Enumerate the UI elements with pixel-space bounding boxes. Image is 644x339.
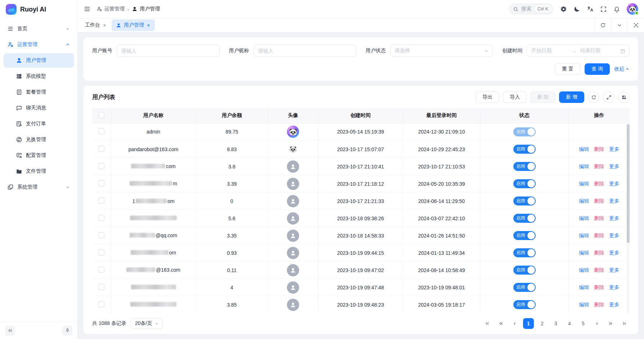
- next-page-button[interactable]: [591, 318, 602, 329]
- row-checkbox[interactable]: [98, 249, 104, 256]
- nickname-input[interactable]: [253, 45, 356, 57]
- delete-link[interactable]: 删除: [594, 232, 604, 239]
- global-search[interactable]: 搜索 Ctrl K: [509, 3, 554, 15]
- delete-link[interactable]: 删除: [594, 215, 604, 222]
- sidebar-item-配置管理[interactable]: 配置管理: [4, 148, 74, 163]
- delete-link[interactable]: 删除: [594, 198, 604, 204]
- table-fullscreen-button[interactable]: [603, 91, 614, 103]
- more-link[interactable]: 更多: [609, 267, 619, 274]
- sidebar-item-运营管理[interactable]: 运营管理: [4, 37, 74, 52]
- delete-link[interactable]: 删除: [594, 267, 604, 274]
- more-link[interactable]: 更多: [609, 250, 619, 256]
- add-button[interactable]: 新 增: [559, 91, 584, 103]
- edit-link[interactable]: 编辑: [579, 198, 589, 204]
- edit-link[interactable]: 编辑: [579, 181, 589, 187]
- sidebar-item-兑换管理[interactable]: 兑换管理: [4, 132, 74, 147]
- row-checkbox[interactable]: [98, 267, 104, 273]
- page-size-select[interactable]: 20条/页: [131, 318, 162, 329]
- page-button-1[interactable]: 1: [523, 318, 534, 329]
- status-toggle[interactable]: 启用: [513, 283, 536, 292]
- status-toggle[interactable]: 启用: [513, 196, 536, 205]
- delete-link[interactable]: 删除: [594, 250, 604, 256]
- status-toggle[interactable]: 启用: [513, 214, 536, 223]
- delete-link[interactable]: 删除: [594, 163, 604, 170]
- row-checkbox[interactable]: [98, 301, 104, 307]
- status-toggle[interactable]: 启用: [513, 266, 536, 275]
- more-link[interactable]: 更多: [609, 284, 619, 291]
- breadcrumb-item-运营管理[interactable]: 运营管理: [96, 6, 125, 12]
- table-refresh-button[interactable]: [588, 91, 599, 103]
- reset-button[interactable]: 重 置: [555, 63, 580, 75]
- row-checkbox[interactable]: [98, 232, 104, 238]
- status-toggle[interactable]: 启用: [513, 127, 536, 136]
- sidebar-item-聊天消息[interactable]: 聊天消息: [4, 101, 74, 115]
- more-link[interactable]: 更多: [609, 215, 619, 222]
- edit-link[interactable]: 编辑: [579, 267, 589, 274]
- delete-link[interactable]: 删除: [594, 284, 604, 291]
- tab-refresh-button[interactable]: [594, 18, 611, 32]
- tab-用户管理[interactable]: 用户管理: [112, 19, 155, 31]
- status-toggle[interactable]: 启用: [513, 231, 536, 240]
- row-checkbox[interactable]: [98, 163, 104, 169]
- more-link[interactable]: 更多: [609, 163, 619, 170]
- first-page-button[interactable]: [482, 318, 493, 329]
- more-link[interactable]: 更多: [609, 232, 619, 239]
- sidebar-item-支付订单[interactable]: 支付订单: [4, 117, 74, 131]
- page-button-5[interactable]: 5: [578, 318, 589, 329]
- edit-link[interactable]: 编辑: [579, 163, 589, 170]
- breadcrumb-item-用户管理[interactable]: 用户管理: [132, 6, 160, 12]
- query-button[interactable]: 查 询: [585, 63, 610, 75]
- prev-page-button[interactable]: [509, 318, 520, 329]
- delete-link[interactable]: 删除: [594, 302, 604, 308]
- dark-mode-moon-icon[interactable]: [573, 6, 580, 13]
- select-all-checkbox[interactable]: [98, 112, 104, 118]
- tab-工作台[interactable]: 工作台: [81, 19, 111, 31]
- status-toggle[interactable]: 启用: [513, 179, 536, 188]
- table-scrollbar-thumb[interactable]: [627, 124, 630, 243]
- row-checkbox[interactable]: [98, 284, 104, 290]
- translate-language-icon[interactable]: [587, 6, 594, 13]
- notifications-bell-icon[interactable]: [613, 6, 620, 13]
- edit-link[interactable]: 编辑: [579, 250, 589, 256]
- row-checkbox[interactable]: [98, 146, 104, 152]
- edit-link[interactable]: 编辑: [579, 284, 589, 291]
- sidebar-item-文件管理[interactable]: 文件管理: [4, 164, 74, 178]
- next-5-pages-button[interactable]: [605, 318, 616, 329]
- more-link[interactable]: 更多: [609, 146, 619, 153]
- status-select[interactable]: 请选择: [390, 45, 493, 57]
- fullscreen-icon[interactable]: [600, 6, 607, 13]
- status-toggle[interactable]: 启用: [513, 248, 536, 257]
- delete-link[interactable]: 删除: [594, 181, 604, 187]
- more-link[interactable]: 更多: [609, 198, 619, 204]
- settings-gear-icon[interactable]: [560, 6, 567, 13]
- page-button-3[interactable]: 3: [550, 318, 561, 329]
- sidebar-item-首页[interactable]: 首页: [4, 22, 74, 36]
- page-button-4[interactable]: 4: [564, 318, 575, 329]
- hamburger-menu-icon[interactable]: [84, 5, 91, 13]
- status-toggle[interactable]: 启用: [513, 300, 536, 309]
- column-settings-button[interactable]: [618, 91, 630, 103]
- status-toggle[interactable]: 启用: [513, 162, 536, 171]
- export-button[interactable]: 导出: [476, 91, 499, 103]
- tab-more-button[interactable]: [611, 18, 627, 32]
- tab-close-icon[interactable]: [103, 23, 107, 27]
- sidebar-pin-button[interactable]: [62, 326, 72, 336]
- more-link[interactable]: 更多: [609, 302, 619, 308]
- delete-link[interactable]: 删除: [594, 146, 604, 153]
- sidebar-collapse-button[interactable]: [5, 326, 15, 336]
- content-fullscreen-button[interactable]: [627, 18, 644, 32]
- sidebar-item-套餐管理[interactable]: 套餐管理: [4, 85, 74, 99]
- delete-button[interactable]: 删 除: [530, 91, 555, 103]
- import-button[interactable]: 导入: [503, 91, 527, 103]
- row-checkbox[interactable]: [98, 128, 104, 134]
- row-checkbox[interactable]: [98, 180, 104, 186]
- page-button-2[interactable]: 2: [537, 318, 548, 329]
- tab-close-icon[interactable]: [147, 23, 150, 27]
- sidebar-item-系统管理[interactable]: 系统管理: [4, 180, 74, 194]
- edit-link[interactable]: 编辑: [579, 146, 589, 153]
- account-input[interactable]: [117, 45, 220, 57]
- date-range-picker[interactable]: 开始日期 → 结束日期: [527, 45, 630, 57]
- more-link[interactable]: 更多: [609, 181, 619, 187]
- prev-5-pages-button[interactable]: [496, 318, 506, 329]
- row-checkbox[interactable]: [98, 215, 104, 221]
